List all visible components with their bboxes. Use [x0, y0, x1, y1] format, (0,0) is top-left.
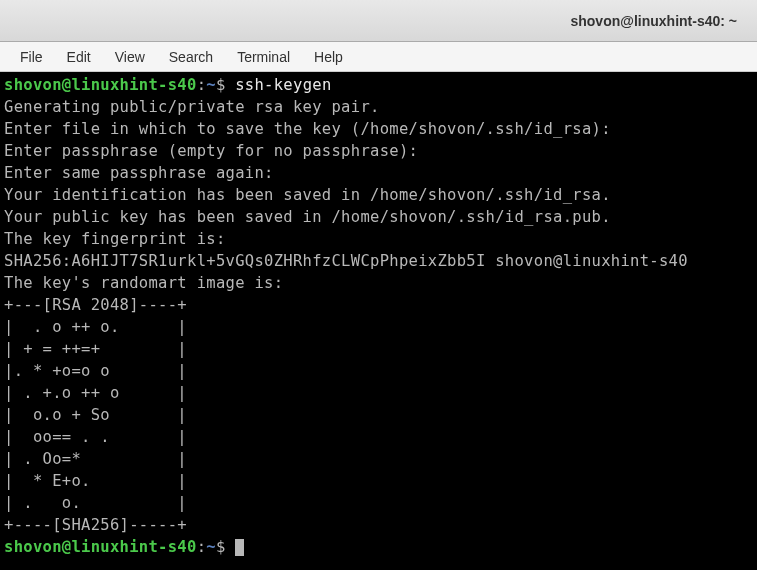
prompt-user: shovon@linuxhint-s40	[4, 76, 197, 94]
output-line: Your identification has been saved in /h…	[4, 186, 611, 204]
output-line: SHA256:A6HIJT7SR1urkl+5vGQs0ZHRhfzCLWCpP…	[4, 252, 688, 270]
titlebar: shovon@linuxhint-s40: ~	[0, 0, 757, 42]
output-line: +----[SHA256]-----+	[4, 516, 187, 534]
output-line: Enter file in which to save the key (/ho…	[4, 120, 611, 138]
output-line: Your public key has been saved in /home/…	[4, 208, 611, 226]
output-line: Enter same passphrase again:	[4, 164, 274, 182]
prompt-path: ~	[206, 76, 216, 94]
prompt-dollar: $	[216, 76, 226, 94]
output-line: | * E+o. |	[4, 472, 187, 490]
menu-file[interactable]: File	[10, 45, 53, 69]
output-line: | + = ++=+ |	[4, 340, 187, 358]
output-line: The key's randomart image is:	[4, 274, 283, 292]
output-line: The key fingerprint is:	[4, 230, 226, 248]
output-line: | . Oo=* |	[4, 450, 187, 468]
menu-terminal[interactable]: Terminal	[227, 45, 300, 69]
output-line: | . +.o ++ o |	[4, 384, 187, 402]
prompt-dollar: $	[216, 538, 226, 556]
command-text: ssh-keygen	[235, 76, 331, 94]
output-line: Generating public/private rsa key pair.	[4, 98, 380, 116]
menubar: File Edit View Search Terminal Help	[0, 42, 757, 72]
prompt-sep: :	[197, 538, 207, 556]
prompt-sep: :	[197, 76, 207, 94]
menu-search[interactable]: Search	[159, 45, 223, 69]
prompt-user: shovon@linuxhint-s40	[4, 538, 197, 556]
menu-edit[interactable]: Edit	[57, 45, 101, 69]
output-line: | . o. |	[4, 494, 187, 512]
output-line: Enter passphrase (empty for no passphras…	[4, 142, 418, 160]
menu-help[interactable]: Help	[304, 45, 353, 69]
output-line: | o.o + So |	[4, 406, 187, 424]
output-line: | . o ++ o. |	[4, 318, 187, 336]
window-title: shovon@linuxhint-s40: ~	[570, 13, 737, 29]
command-input	[226, 76, 236, 94]
cursor	[235, 539, 244, 556]
output-line: |. * +o=o o |	[4, 362, 187, 380]
terminal-area[interactable]: shovon@linuxhint-s40:~$ ssh-keygen Gener…	[0, 72, 757, 570]
prompt-path: ~	[206, 538, 216, 556]
output-line: +---[RSA 2048]----+	[4, 296, 187, 314]
menu-view[interactable]: View	[105, 45, 155, 69]
output-line: | oo== . . |	[4, 428, 187, 446]
